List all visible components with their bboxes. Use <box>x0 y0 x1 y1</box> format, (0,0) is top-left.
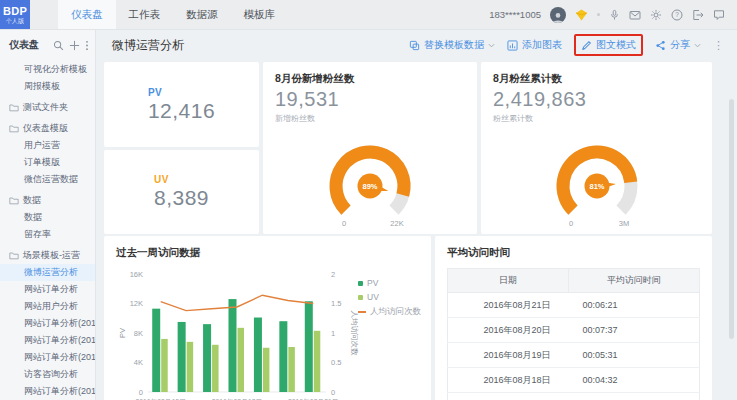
sidebar-item[interactable]: 网站订单分析 <box>0 281 95 298</box>
sidebar-item[interactable]: 微信运营数据 <box>0 171 95 188</box>
sidebar-item[interactable]: 场景模板-运营 <box>0 247 95 264</box>
uv-bar[interactable] <box>187 342 194 392</box>
uv-bar[interactable] <box>263 348 270 392</box>
sidebar-item-label: 留存率 <box>24 228 51 241</box>
gauge-subtitle: 新增粉丝数 <box>275 113 465 124</box>
add-dashboard-icon[interactable] <box>69 40 80 51</box>
sidebar-item[interactable]: 可视化分析模板 <box>0 61 95 78</box>
pv-bar[interactable] <box>279 321 287 392</box>
table-row[interactable]: 2016年08月17日00:07:57 <box>448 393 700 400</box>
share-icon <box>655 40 666 51</box>
add-chart-button[interactable]: 添加图表 <box>507 38 562 52</box>
pv-bar[interactable] <box>178 322 186 392</box>
sidebar-item[interactable]: 留存率 <box>0 226 95 243</box>
feedback-chat-icon[interactable] <box>713 9 725 21</box>
sidebar-item[interactable]: 数据 <box>0 192 95 209</box>
more-vertical-icon[interactable] <box>85 40 89 51</box>
sidebar-item-active[interactable]: 微博运营分析 <box>0 264 95 281</box>
y-axis-tick: 0 <box>139 388 143 397</box>
sidebar-item[interactable]: 网站订单分析(2016-… <box>0 315 95 332</box>
legend-label: UV <box>367 292 379 302</box>
sidebar-item-label: 访客咨询分析 <box>24 368 78 381</box>
sidebar-item[interactable]: 网站订单分析(2016-… <box>0 349 95 366</box>
avg-visits-line[interactable] <box>161 295 314 310</box>
sidebar-list: 可视化分析模板周报模板测试文件夹仪表盘模版用户运营订单模版微信运营数据数据数据留… <box>0 61 95 400</box>
folder-icon <box>9 124 19 133</box>
pv-bar[interactable] <box>152 309 160 392</box>
sidebar-item-label: 网站订单分析(2016-… <box>24 351 95 364</box>
pv-bar[interactable] <box>203 324 211 392</box>
share-button[interactable]: 分享 <box>655 38 701 52</box>
help-icon[interactable]: ? <box>671 9 683 21</box>
combo-chart: 04K8K12K16K00.511.522016年08月15日2016年08月1… <box>116 264 368 400</box>
nav-tab-3[interactable]: 模板库 <box>231 0 289 29</box>
uv-value: 8,389 <box>154 186 209 210</box>
legend-marker <box>358 311 366 313</box>
chevron-down-icon <box>694 43 701 48</box>
sidebar-item-label: 网站用户分析 <box>24 300 78 313</box>
mail-icon[interactable] <box>629 9 641 21</box>
uv-bar[interactable] <box>212 345 219 392</box>
cell-avg-time: 00:06:21 <box>568 293 699 318</box>
main-nav-tabs: 仪表盘工作表数据源模板库 <box>58 0 288 29</box>
notification-icon[interactable] <box>609 9 620 21</box>
chevron-down-icon <box>488 43 495 48</box>
gauge-chart: 81%03M <box>522 134 672 232</box>
uv-stat-card[interactable]: UV 8,389 <box>104 150 259 234</box>
nav-tab-1[interactable]: 工作表 <box>116 0 174 29</box>
avatar[interactable] <box>550 7 566 23</box>
table-row[interactable]: 2016年08月20日00:07:37 <box>448 318 700 343</box>
sidebar-item[interactable]: 数据 <box>0 209 95 226</box>
chart-title: 过去一周访问数据 <box>116 246 419 260</box>
legend-item[interactable]: 人均访问次数 <box>358 306 421 318</box>
weekly-visits-chart-card[interactable]: 过去一周访问数据 04K8K12K16K00.511.522016年08月15日… <box>104 236 431 400</box>
pv-label: PV <box>148 87 215 98</box>
uv-bar[interactable] <box>314 331 321 392</box>
sidebar-item[interactable]: 网站订单分析(2016-… <box>0 332 95 349</box>
sidebar-item[interactable]: 网站订单分析(2016-… <box>0 383 95 400</box>
settings-gear-icon[interactable] <box>650 9 662 21</box>
uv-bar[interactable] <box>161 339 168 392</box>
vertical-scrollbar[interactable] <box>729 99 734 339</box>
text-mode-button[interactable]: 图文模式 <box>581 38 636 52</box>
toolbar-more-icon[interactable]: ⋮ <box>713 39 725 52</box>
bdp-logo[interactable]: BDP 个人版 <box>0 0 30 29</box>
uv-bar[interactable] <box>288 347 295 392</box>
nav-tab-2[interactable]: 数据源 <box>173 0 231 29</box>
table-row[interactable]: 2016年08月21日00:06:21 <box>448 293 700 318</box>
logout-icon[interactable] <box>692 9 704 21</box>
sidebar-item[interactable]: 测试文件夹 <box>0 99 95 116</box>
sidebar-item[interactable]: 仪表盘模版 <box>0 120 95 137</box>
sidebar-item[interactable]: 网站用户分析 <box>0 298 95 315</box>
search-icon[interactable] <box>53 40 64 51</box>
avg-visit-time-table-card[interactable]: 平均访问时间 日期 平均访问时间 2016年08月21日00:06:212016… <box>435 236 712 400</box>
y-axis-tick: 1.5 <box>331 299 341 308</box>
y-axis-tick: 0 <box>331 388 335 397</box>
sidebar-item-label: 网站订单分析(2016-… <box>24 334 95 347</box>
pv-stat-card[interactable]: PV 12,416 <box>104 62 259 147</box>
legend-item[interactable]: UV <box>358 292 421 302</box>
uv-bar[interactable] <box>238 328 245 392</box>
table-row[interactable]: 2016年08月18日00:04:32 <box>448 368 700 393</box>
total-fans-gauge-card[interactable]: 8月粉丝累计数 2,419,863 粉丝累计数 81%03M <box>481 62 712 234</box>
sidebar-item[interactable]: 订单模版 <box>0 154 95 171</box>
cell-avg-time: 00:04:32 <box>568 368 699 393</box>
user-phone: 183****1005 <box>489 9 541 20</box>
legend-item[interactable]: PV <box>358 278 421 288</box>
legend-label: 人均访问次数 <box>370 306 421 318</box>
sidebar-item[interactable]: 用户运营 <box>0 137 95 154</box>
nav-tab-0[interactable]: 仪表盘 <box>58 0 116 29</box>
vip-diamond-icon[interactable] <box>575 9 588 21</box>
sidebar-item-label: 订单模版 <box>24 156 60 169</box>
pv-bar[interactable] <box>305 301 313 392</box>
new-fans-gauge-card[interactable]: 8月份新增粉丝数 19,531 新增粉丝数 89%022K <box>263 62 477 234</box>
table-row[interactable]: 2016年08月19日00:05:31 <box>448 343 700 368</box>
nav-divider-dot <box>597 13 600 16</box>
sidebar-item[interactable]: 周报模板 <box>0 78 95 95</box>
pv-bar[interactable] <box>254 318 262 392</box>
replace-template-button[interactable]: 替换模板数据 <box>409 38 495 52</box>
logo-text: BDP <box>3 6 27 17</box>
sidebar-item[interactable]: 访客咨询分析 <box>0 366 95 383</box>
annotation-highlight-box: 图文模式 <box>574 34 643 56</box>
pv-bar[interactable] <box>229 299 237 392</box>
